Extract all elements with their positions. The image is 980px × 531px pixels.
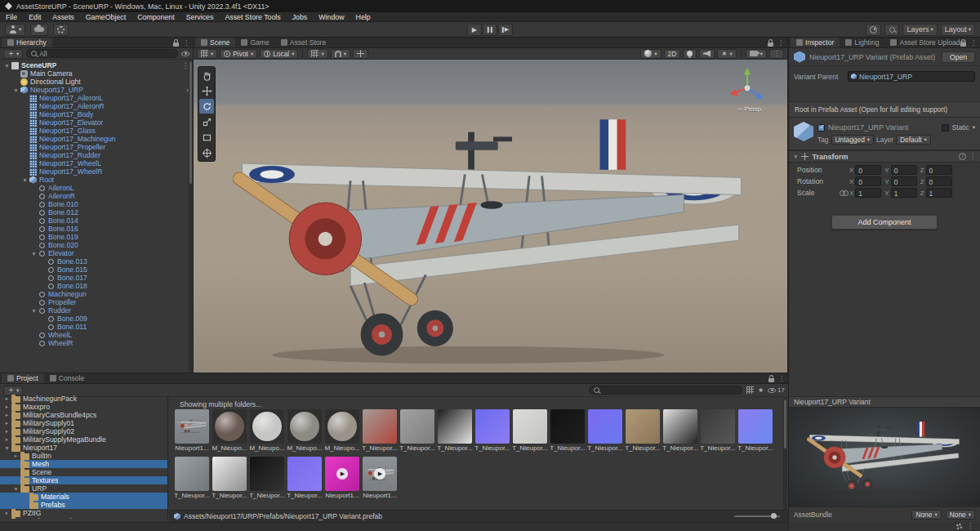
hierarchy-row[interactable]: ▼Root	[0, 176, 193, 184]
hierarchy-row[interactable]: Main Camera	[0, 69, 193, 78]
asset-item[interactable]: T_Nieupor...	[399, 409, 436, 452]
asset-item[interactable]: T_Nieupor...	[699, 409, 737, 452]
scene-tab-game[interactable]: Game	[235, 38, 274, 47]
scene-viewport[interactable]: < Persp	[194, 60, 787, 373]
expand-arrow[interactable]: ▸	[3, 436, 11, 443]
asset-item[interactable]: T_Nieupor...	[586, 409, 624, 452]
audio-toggle[interactable]	[699, 49, 715, 59]
gameobject-name[interactable]: Nieuport17_URP Variant	[828, 123, 938, 132]
lock-icon[interactable]	[173, 42, 179, 47]
hierarchy-row[interactable]: Bone.019	[0, 233, 193, 241]
asset-item[interactable]: T_Nieupor...	[173, 457, 211, 499]
panel-menu-icon[interactable]: ⋮	[183, 40, 189, 47]
expand-arrow[interactable]: ▼	[12, 87, 20, 93]
hierarchy-row[interactable]: Bone.016	[0, 225, 193, 233]
help-icon[interactable]: ?	[959, 153, 966, 160]
menu-help[interactable]: Help	[350, 12, 376, 21]
create-menu-button[interactable]: ＋▾	[3, 49, 23, 59]
menu-gameobject[interactable]: GameObject	[80, 12, 131, 21]
asset-item[interactable]: M_Nieupo...	[211, 409, 248, 452]
panel-menu-icon[interactable]: ⋮	[778, 376, 785, 382]
pause-button[interactable]	[483, 24, 497, 36]
open-prefab-button[interactable]: Open	[942, 51, 975, 63]
project-folder-row[interactable]: Scene	[0, 468, 167, 476]
asset-item[interactable]: T_Nieupor...	[361, 409, 399, 452]
hierarchy-row[interactable]: AileronR	[0, 192, 193, 200]
hierarchy-search-input[interactable]: All	[26, 49, 178, 58]
hierarchy-row[interactable]: Bone.020	[0, 241, 193, 249]
rotate-tool-button[interactable]	[199, 99, 214, 114]
assetbundle-name-dropdown[interactable]: None▾	[911, 510, 941, 520]
layout-dropdown[interactable]: Layout▾	[941, 24, 975, 36]
orientation-gizmo[interactable]: < Persp	[724, 65, 776, 113]
layers-dropdown[interactable]: Layers▾	[902, 24, 937, 36]
asset-item[interactable]: T_Nieupor...	[549, 409, 586, 452]
menu-file[interactable]: File	[0, 12, 23, 21]
create-asset-button[interactable]: ＋▾	[3, 386, 23, 395]
play-badge[interactable]: ▶	[374, 468, 385, 480]
scene-tab-asset-store[interactable]: Asset Store	[275, 38, 332, 47]
grid-visibility-dropdown[interactable]: ▾	[307, 49, 327, 59]
hand-tool-button[interactable]	[199, 68, 214, 83]
hierarchy-row[interactable]: Nieuport17_Glass	[0, 127, 193, 135]
axis-value-field[interactable]: 1	[891, 188, 917, 198]
expand-arrow[interactable]: ▼	[21, 177, 29, 183]
static-dropdown-arrow[interactable]: ▾	[973, 124, 975, 131]
scale-tool-button[interactable]	[199, 114, 214, 129]
project-folder-row[interactable]: Prefabs	[0, 501, 167, 509]
component-menu-icon[interactable]: ⋮	[969, 154, 976, 160]
expand-arrow[interactable]: ▼	[30, 251, 38, 257]
asset-item[interactable]: T_Nieupor...	[662, 409, 699, 452]
menu-component[interactable]: Component	[131, 12, 180, 21]
hierarchy-row[interactable]: ▼Nieuport17_URP›	[0, 86, 193, 94]
hierarchy-row[interactable]: Bone.012	[0, 208, 193, 216]
hierarchy-row[interactable]: Bone.013	[0, 257, 193, 266]
undo-history-button[interactable]	[866, 24, 881, 36]
hierarchy-row[interactable]: Bone.014	[0, 216, 193, 225]
account-button[interactable]: ▾	[5, 24, 25, 36]
menu-assets[interactable]: Assets	[47, 12, 79, 21]
menu-icon[interactable]: ⋮	[967, 523, 973, 529]
axis-value-field[interactable]: 1	[926, 188, 952, 198]
hierarchy-tab-hierarchy[interactable]: Hierarchy	[2, 38, 52, 47]
project-folder-row[interactable]: ▸Maxxpro	[0, 403, 167, 411]
project-folder-row[interactable]: ▼URP	[0, 484, 167, 493]
expand-arrow[interactable]: ▸	[3, 395, 11, 402]
hierarchy-row[interactable]: Nieuport17_Body	[0, 110, 193, 118]
hierarchy-row[interactable]: Nieuport17_Elevator	[0, 118, 193, 127]
axis-value-field[interactable]: 0	[855, 176, 881, 186]
expand-arrow[interactable]: ▼	[30, 308, 38, 314]
preview-header[interactable]: Nieuport17_URP Variant	[789, 396, 980, 408]
asset-item[interactable]: T_Nieupor...	[211, 457, 248, 499]
menu-window[interactable]: Window	[313, 12, 350, 21]
asset-item[interactable]: ▶Nieuport1...	[361, 457, 399, 499]
lighting-toggle[interactable]	[683, 49, 697, 59]
project-folder-row[interactable]: ▸MilitarySupply01	[0, 419, 167, 427]
menu-services[interactable]: Services	[180, 12, 220, 21]
save-search-icon[interactable]: ★	[758, 387, 764, 394]
axis-value-field[interactable]: 0	[891, 176, 917, 186]
transform-tool-button[interactable]	[199, 145, 214, 160]
hierarchy-row[interactable]: ▼Rudder	[0, 306, 193, 315]
lock-icon[interactable]	[768, 42, 773, 47]
asset-item[interactable]: ▶Nieuport1...	[323, 457, 361, 499]
projection-label[interactable]: Persp	[744, 105, 761, 113]
transform-component-header[interactable]: ▼ Transform ? ⋮	[789, 150, 980, 163]
step-button[interactable]: ▶	[498, 24, 513, 36]
expand-arrow[interactable]: ▼	[12, 486, 20, 492]
asset-item[interactable]: T_Nieupor...	[436, 409, 474, 452]
hierarchy-row[interactable]: Nieuport17_WheelR	[0, 167, 193, 176]
project-folder-row[interactable]: ▼Nieuport17	[0, 444, 167, 452]
slider-thumb[interactable]	[771, 513, 777, 519]
search-by-type-icon[interactable]	[746, 386, 754, 394]
hierarchy-row[interactable]: WheelL	[0, 331, 193, 339]
gizmos-menu-button[interactable]: ⋮	[769, 49, 784, 59]
project-folder-row[interactable]: ▸MilitaryCarsBundle4pcs	[0, 411, 167, 419]
hierarchy-row[interactable]: Bone.018	[0, 282, 193, 290]
pivot-dropdown[interactable]: Pivot▾	[220, 49, 257, 59]
expand-arrow[interactable]: ▼	[3, 63, 11, 69]
panel-menu-icon[interactable]: ⋮	[777, 40, 784, 47]
hierarchy-row[interactable]: ▼Elevator	[0, 249, 193, 257]
layer-dropdown[interactable]: Default▾	[896, 135, 931, 145]
hierarchy-row[interactable]: Propeller	[0, 298, 193, 306]
